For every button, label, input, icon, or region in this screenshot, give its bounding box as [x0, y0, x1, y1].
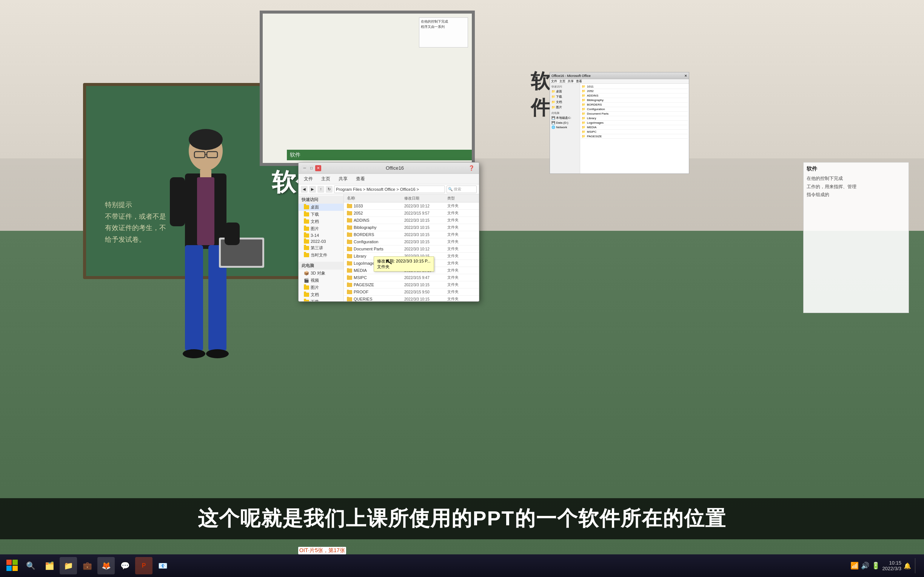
taskbar-powerpoint-button[interactable]: P: [135, 557, 152, 574]
taskbar-search-button[interactable]: 🔍: [22, 557, 39, 574]
table-row[interactable]: 1033 2022/3/3 10:12 文件夹: [344, 203, 479, 210]
folder-icon: [347, 247, 352, 251]
table-row[interactable]: Document Parts 2022/3/3 10:12 文件夹: [344, 245, 479, 253]
table-row[interactable]: Configuration 2022/3/3 10:15 文件夹: [344, 239, 479, 245]
sidebar-item-pictures[interactable]: 图片: [299, 225, 344, 232]
tab-view[interactable]: 查看: [352, 175, 369, 183]
sidebar-item-2022-03[interactable]: 2022-03: [299, 239, 344, 244]
folder-icon: [304, 253, 309, 257]
table-row[interactable]: Bibliography 2022/3/3 10:15 文件夹: [344, 224, 479, 231]
sidebar-item-videos[interactable]: 🎬 视频: [299, 277, 344, 284]
right-panel: 软件 在他的控制下完成 工作的，用来指挥、管理 指令组成的: [803, 162, 909, 313]
sidebar-item-314[interactable]: 3-14: [299, 232, 344, 239]
minimize-button[interactable]: ─: [302, 165, 308, 171]
window-controls: ─ □ ✕: [302, 165, 321, 171]
sidebar-item-lecture3[interactable]: 第三讲: [299, 244, 344, 251]
sidebar-item-documents[interactable]: 文档: [299, 218, 344, 225]
taskbar-work-button[interactable]: 💼: [79, 557, 96, 574]
tab-share[interactable]: 共享: [335, 175, 351, 183]
proj-sidebar-item[interactable]: 📁 下载: [551, 94, 579, 100]
folder-icon: [347, 240, 352, 244]
maximize-button[interactable]: □: [309, 165, 314, 171]
folder-icon: [304, 205, 309, 209]
taskbar-time[interactable]: 10:15 2022/3/3: [882, 560, 901, 571]
green-header-bar: 软件: [287, 150, 472, 160]
right-panel-text: 在他的控制下完成 工作的，用来指挥、管理 指令组成的: [807, 175, 906, 199]
sidebar-item-downloads2[interactable]: 下载: [299, 298, 344, 301]
projection-screen-frame: 软件 Office16 - Microsoft Office ✕ 文件 主页 共…: [260, 11, 475, 166]
svg-rect-12: [225, 222, 240, 245]
sidebar-item-documents2[interactable]: 文档: [299, 291, 344, 298]
sidebar-item-pictures2[interactable]: 图片: [299, 284, 344, 291]
proj-close[interactable]: ✕: [684, 74, 687, 78]
projected-explorer: Office16 - Microsoft Office ✕ 文件 主页 共享 查…: [549, 72, 689, 174]
taskbar-volume-icon[interactable]: 🔊: [861, 561, 869, 570]
search-box[interactable]: 🔍 搜索: [446, 185, 477, 193]
notification-icon[interactable]: 🔔: [904, 562, 911, 569]
table-row[interactable]: BORDERS 2022/3/3 10:15 文件夹: [344, 231, 479, 239]
explorer-titlebar: ─ □ ✕ Office16 ❓: [299, 163, 479, 174]
proj-sidebar-item[interactable]: 💾 本地磁盘C:: [551, 115, 579, 121]
table-row[interactable]: 2052 2022/3/15 9:57 文件夹: [344, 210, 479, 217]
proj-sidebar-item[interactable]: 📁 文档: [551, 100, 579, 105]
tab-file[interactable]: 文件: [300, 175, 317, 183]
proj-sidebar-item[interactable]: 📁 图片: [551, 105, 579, 110]
taskbar-browser-button[interactable]: 🦊: [97, 557, 115, 574]
tab-home[interactable]: 主页: [317, 175, 334, 183]
folder-icon: [347, 283, 352, 287]
proj-sidebar-item[interactable]: 💾 Data (D:): [551, 121, 579, 125]
taskbar-battery-icon[interactable]: 🔋: [872, 561, 880, 570]
forward-button[interactable]: ▶: [309, 186, 316, 193]
clock-date: 2022/3/3: [882, 566, 901, 571]
svg-point-4: [189, 129, 223, 150]
sidebar-item-currentfile[interactable]: 当时文件: [299, 251, 344, 259]
table-row[interactable]: PROOF 2022/3/15 9:50 文件夹: [344, 288, 479, 296]
column-name[interactable]: 名称: [347, 195, 404, 201]
proj-sidebar: 快速访问 📁 桌面 📁 下载 📁 文档 📁 图片 此电脑 💾 本地磁盘C: 💾 …: [550, 84, 580, 174]
taskbar-teams-button[interactable]: 💬: [116, 557, 134, 574]
taskbar-wifi-icon[interactable]: 📶: [850, 561, 859, 570]
folder-icon: [347, 269, 352, 272]
svg-rect-18: [6, 566, 12, 571]
svg-rect-15: [200, 170, 212, 177]
sidebar-quick-access-section: 快速访问 桌面 下载 文档 图片: [299, 194, 344, 260]
refresh-button[interactable]: ↻: [326, 186, 333, 193]
back-button[interactable]: ◀: [301, 186, 308, 193]
folder-icon: [347, 233, 352, 237]
explorer-toolbar: 文件 主页 共享 查看: [299, 174, 479, 184]
folder-icon: [304, 240, 309, 243]
folder-icon: [347, 276, 352, 280]
proj-body: 快速访问 📁 桌面 📁 下载 📁 文档 📁 图片 此电脑 💾 本地磁盘C: 💾 …: [550, 84, 689, 174]
column-date[interactable]: 修改日期: [404, 196, 447, 201]
table-row[interactable]: MSIPC 2022/3/15 9:47 文件夹: [344, 274, 479, 281]
right-panel-title: 软件: [807, 166, 906, 172]
folder-icon: [304, 300, 309, 301]
sidebar-item-desktop[interactable]: 桌面: [299, 204, 344, 211]
taskbar-right-area: 📶 🔊 🔋 10:15 2022/3/3 🔔: [850, 558, 921, 573]
taskbar-items: 🔍 🗂️ 📁 💼 🦊 💬 P 📧: [22, 557, 850, 574]
table-row[interactable]: ADDINS 2022/3/3 10:15 文件夹: [344, 217, 479, 224]
screen-overlay-text: 在他的控制下完成 程序又由一系列: [421, 19, 466, 29]
sidebar-item-download[interactable]: 下载: [299, 211, 344, 218]
proj-sidebar-item[interactable]: 📁 桌面: [551, 89, 579, 94]
taskbar-file-explorer-button[interactable]: 📁: [60, 557, 77, 574]
column-type[interactable]: 类型: [447, 196, 476, 201]
proj-sidebar-item[interactable]: 🌐 Network: [551, 125, 579, 130]
folder-icon: [304, 285, 309, 290]
table-row[interactable]: QUERIES 2022/3/3 10:15 文件夹: [344, 296, 479, 301]
svg-rect-11: [170, 177, 185, 226]
show-desktop-button[interactable]: [915, 558, 917, 573]
folder-icon: [304, 234, 309, 238]
ppt-status: OIT·片5张，第17张: [298, 547, 346, 554]
address-path[interactable]: Program Files > Microsoft Office > Offic…: [334, 185, 445, 193]
taskbar-task-view-button[interactable]: 🗂️: [41, 557, 58, 574]
up-button[interactable]: ↑: [317, 186, 324, 193]
folder-icon: [304, 293, 309, 297]
table-row[interactable]: PAGESIZE 2022/3/3 10:15 文件夹: [344, 281, 479, 288]
close-button[interactable]: ✕: [315, 165, 321, 171]
taskbar-outlook-button[interactable]: 📧: [154, 557, 171, 574]
person-figure: [147, 128, 264, 377]
folder-icon: [304, 246, 309, 250]
start-button[interactable]: [3, 556, 22, 575]
sidebar-item-3d-objects[interactable]: 📦 3D 对象: [299, 270, 344, 277]
